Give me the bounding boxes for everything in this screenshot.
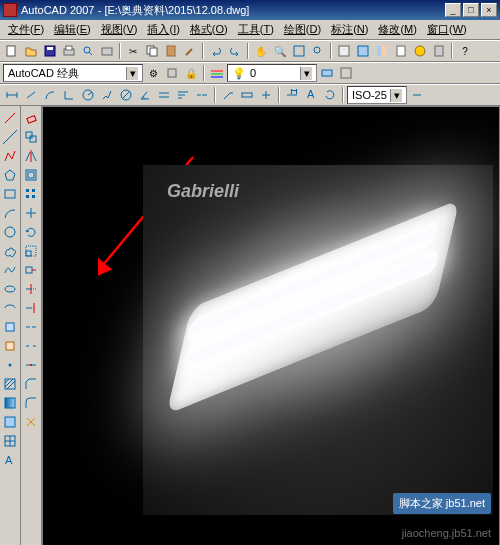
offset-icon[interactable] (22, 165, 41, 184)
workspace-settings-icon[interactable]: ⚙ (144, 64, 162, 82)
mtext-icon[interactable]: A (1, 450, 20, 469)
workspace-combo[interactable]: AutoCAD 经典 ▾ (3, 64, 143, 82)
ellipse-arc-icon[interactable] (1, 298, 20, 317)
menu-window[interactable]: 窗口(W) (423, 20, 471, 39)
menu-draw[interactable]: 绘图(D) (280, 20, 325, 39)
rectangle-icon[interactable] (1, 184, 20, 203)
zoom-prev-icon[interactable] (309, 42, 327, 60)
dim-continue-icon[interactable] (193, 86, 211, 104)
lock-ui-icon[interactable]: 🔒 (182, 64, 200, 82)
menu-tools[interactable]: 工具(T) (234, 20, 278, 39)
line-icon[interactable] (1, 108, 20, 127)
chamfer-icon[interactable] (22, 374, 41, 393)
menu-file[interactable]: 文件(F) (4, 20, 48, 39)
hatch-icon[interactable] (1, 374, 20, 393)
trim-icon[interactable] (22, 279, 41, 298)
center-mark-icon[interactable] (257, 86, 275, 104)
polygon-icon[interactable] (1, 165, 20, 184)
menu-view[interactable]: 视图(V) (97, 20, 142, 39)
dim-baseline-icon[interactable] (174, 86, 192, 104)
zoom-window-icon[interactable] (290, 42, 308, 60)
spline-icon[interactable] (1, 260, 20, 279)
menu-modify[interactable]: 修改(M) (374, 20, 421, 39)
calc-icon[interactable] (430, 42, 448, 60)
join-icon[interactable] (22, 355, 41, 374)
extend-icon[interactable] (22, 298, 41, 317)
markup-icon[interactable] (411, 42, 429, 60)
dim-ordinate-icon[interactable] (60, 86, 78, 104)
publish-icon[interactable] (98, 42, 116, 60)
preview-icon[interactable] (79, 42, 97, 60)
erase-icon[interactable] (22, 108, 41, 127)
stretch-icon[interactable] (22, 260, 41, 279)
dim-diameter-icon[interactable] (117, 86, 135, 104)
dim-radius-icon[interactable] (79, 86, 97, 104)
dim-arc-icon[interactable] (41, 86, 59, 104)
circle-icon[interactable] (1, 222, 20, 241)
cut-icon[interactable]: ✂ (124, 42, 142, 60)
point-icon[interactable] (1, 355, 20, 374)
break-icon[interactable] (22, 336, 41, 355)
help-icon[interactable]: ? (456, 42, 474, 60)
gradient-icon[interactable] (1, 393, 20, 412)
dim-edit-icon[interactable]: H (283, 86, 301, 104)
explode-icon[interactable] (22, 412, 41, 431)
dim-update-icon[interactable] (321, 86, 339, 104)
new-icon[interactable] (3, 42, 21, 60)
matchprop-icon[interactable] (181, 42, 199, 60)
break-point-icon[interactable] (22, 317, 41, 336)
dim-tedit-icon[interactable]: A (302, 86, 320, 104)
plot-icon[interactable] (60, 42, 78, 60)
dimstyle-icon[interactable] (408, 86, 426, 104)
drawing-area[interactable]: Gabrielli 脚本之家 jb51.net jiaocheng.jb51.n… (42, 106, 500, 545)
array-icon[interactable] (22, 184, 41, 203)
pan-icon[interactable]: ✋ (252, 42, 270, 60)
zoom-icon[interactable]: 🔍 (271, 42, 289, 60)
menu-format[interactable]: 格式(O) (186, 20, 232, 39)
design-center-icon[interactable] (354, 42, 372, 60)
copy-obj-icon[interactable] (22, 127, 41, 146)
insert-block-icon[interactable] (1, 317, 20, 336)
minimize-button[interactable]: _ (445, 3, 461, 17)
table-icon[interactable] (1, 431, 20, 450)
dim-aligned-icon[interactable] (22, 86, 40, 104)
tolerance-icon[interactable] (238, 86, 256, 104)
properties-icon[interactable] (335, 42, 353, 60)
mirror-icon[interactable] (22, 146, 41, 165)
menu-insert[interactable]: 插入(I) (143, 20, 183, 39)
close-button[interactable]: × (481, 3, 497, 17)
rotate-icon[interactable] (22, 222, 41, 241)
layer-prev-icon[interactable] (318, 64, 336, 82)
workspace-save-icon[interactable] (163, 64, 181, 82)
layer-combo[interactable]: 💡 0 ▾ (227, 64, 317, 82)
xline-icon[interactable] (1, 127, 20, 146)
dim-linear-icon[interactable] (3, 86, 21, 104)
make-block-icon[interactable] (1, 336, 20, 355)
sheet-set-icon[interactable] (392, 42, 410, 60)
menu-dim[interactable]: 标注(N) (327, 20, 372, 39)
save-icon[interactable] (41, 42, 59, 60)
dim-jogged-icon[interactable] (98, 86, 116, 104)
redo-icon[interactable] (226, 42, 244, 60)
revcloud-icon[interactable] (1, 241, 20, 260)
move-icon[interactable] (22, 203, 41, 222)
dim-angular-icon[interactable] (136, 86, 154, 104)
menu-edit[interactable]: 编辑(E) (50, 20, 95, 39)
ellipse-icon[interactable] (1, 279, 20, 298)
qleader-icon[interactable] (219, 86, 237, 104)
open-icon[interactable] (22, 42, 40, 60)
maximize-button[interactable]: □ (463, 3, 479, 17)
layer-state-icon[interactable] (337, 64, 355, 82)
undo-icon[interactable] (207, 42, 225, 60)
paste-icon[interactable] (162, 42, 180, 60)
layer-props-icon[interactable] (208, 64, 226, 82)
region-icon[interactable] (1, 412, 20, 431)
dim-quick-icon[interactable] (155, 86, 173, 104)
pline-icon[interactable] (1, 146, 20, 165)
scale-icon[interactable] (22, 241, 41, 260)
copy-icon[interactable] (143, 42, 161, 60)
tool-palette-icon[interactable] (373, 42, 391, 60)
dimstyle-combo[interactable]: ISO-25 ▾ (347, 86, 407, 104)
fillet-icon[interactable] (22, 393, 41, 412)
arc-icon[interactable] (1, 203, 20, 222)
